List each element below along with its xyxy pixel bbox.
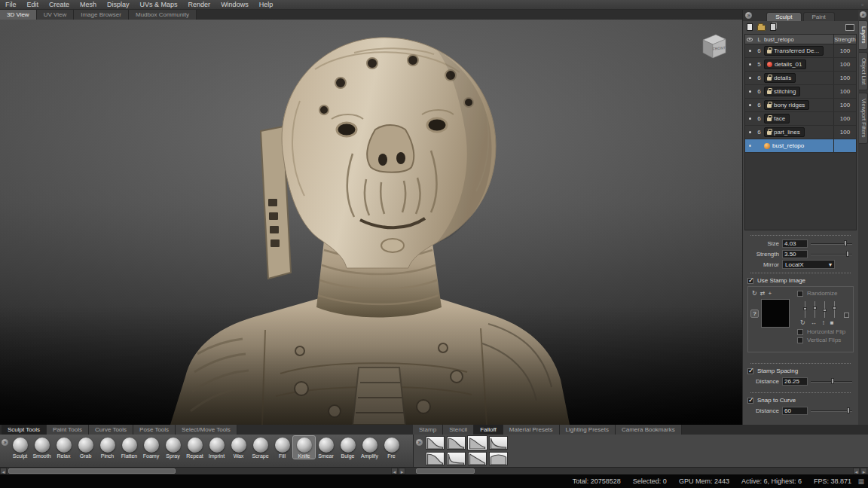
falloff-preset-tile[interactable] <box>489 436 508 450</box>
layer-row[interactable]: 6 face 100 <box>745 112 856 126</box>
duplicate-layer-icon[interactable] <box>770 23 776 31</box>
tool-tray-tab[interactable]: Sculpt Tools <box>2 425 47 435</box>
visibility-dot-icon[interactable] <box>749 104 751 106</box>
side-tab[interactable]: Object List <box>859 52 868 90</box>
preset-tray-tab[interactable]: Camera Bookmarks <box>616 425 682 435</box>
hscroll-right-arrow[interactable]: ▸ <box>399 468 405 474</box>
layer-row[interactable]: 6 bony ridges 100 <box>745 99 856 112</box>
preset-tray-tab[interactable]: Falloff <box>474 425 503 435</box>
preset-tray-tab[interactable]: Material Presets <box>503 425 560 435</box>
vertical-flip-checkbox[interactable] <box>797 337 803 343</box>
sculpt-tool-button[interactable]: Amplify <box>359 436 381 459</box>
snap-distance-slider[interactable] <box>811 407 854 414</box>
falloff-preset-tile[interactable] <box>468 436 487 450</box>
horizontal-flip-checkbox[interactable] <box>797 329 803 335</box>
stamp-distance-input[interactable]: 26.25 <box>782 377 808 386</box>
visibility-dot-icon[interactable] <box>749 63 751 66</box>
view-tab[interactable]: Image Browser <box>74 10 129 20</box>
tool-tray-tab[interactable]: Paint Tools <box>47 425 89 435</box>
sculpt-tool-button[interactable]: Flatten <box>118 436 140 459</box>
panel-collapse-icon[interactable]: » <box>745 12 752 19</box>
visibility-dot-icon[interactable] <box>749 50 751 52</box>
sculpt-tool-button[interactable]: Grab <box>75 436 96 459</box>
menu-item[interactable]: Display <box>102 0 135 10</box>
layer-row[interactable]: 6 stitching 100 <box>745 85 856 99</box>
section-divider[interactable] <box>750 392 851 393</box>
menu-item[interactable]: Help <box>254 0 279 10</box>
sculpt-tool-button[interactable]: Pinch <box>96 436 118 459</box>
mirror-select[interactable]: LocalX ▾ <box>782 260 835 269</box>
sculpt-tool-button[interactable]: Bulge <box>337 436 359 459</box>
side-tab[interactable]: Viewport Filters <box>859 93 868 144</box>
refresh-icon[interactable]: ↻ <box>800 319 805 326</box>
sculpt-tool-button[interactable]: Scrape <box>249 436 271 459</box>
side-collapse-icon[interactable]: » <box>860 11 866 18</box>
falloff-scroll-right-arrow[interactable]: ▸ <box>860 468 867 474</box>
strength-slider[interactable] <box>811 250 854 258</box>
hscroll-left-arrow[interactable]: ◂ <box>0 468 7 474</box>
falloff-preset-tile[interactable] <box>489 452 508 465</box>
viewport-3d[interactable]: FRONT <box>0 20 742 425</box>
randomize-slider[interactable] <box>805 301 805 318</box>
menu-item[interactable]: Edit <box>22 0 44 10</box>
section-divider[interactable] <box>750 235 851 236</box>
strength-input[interactable]: 3.50 <box>782 250 808 258</box>
mode-tab[interactable]: Paint <box>803 12 835 21</box>
falloff-scroll-thumb[interactable] <box>416 468 475 474</box>
tray-collapse-icon[interactable]: » <box>2 439 8 446</box>
sculpt-tool-button[interactable]: Fre <box>381 436 402 459</box>
randomize-slider[interactable] <box>834 301 835 318</box>
screen-icon[interactable] <box>845 24 854 31</box>
view-tab[interactable]: Mudbox Community <box>129 10 197 20</box>
tool-tray-tab[interactable]: Select/Move Tools <box>176 425 237 435</box>
size-input[interactable]: 4.03 <box>782 239 808 248</box>
hscroll-thumb[interactable] <box>8 468 176 474</box>
menu-item[interactable]: File <box>0 0 22 10</box>
layer-row-selected[interactable]: bust_retopo <box>745 139 856 153</box>
tool-tray-tab[interactable]: Curve Tools <box>89 425 133 435</box>
preset-tray-tab[interactable]: Stamp <box>413 425 443 435</box>
falloff-preset-tile[interactable] <box>426 436 445 450</box>
sculpt-tool-button[interactable]: Foamy <box>140 436 162 459</box>
falloff-preset-tile[interactable] <box>447 452 466 465</box>
snap-distance-input[interactable]: 60 <box>782 407 808 415</box>
mode-tab[interactable]: Sculpt <box>766 12 801 21</box>
randomize-slider[interactable] <box>815 301 815 318</box>
sculpt-tool-button[interactable]: Repeat <box>184 436 206 459</box>
open-folder-icon[interactable] <box>757 25 766 31</box>
menu-item[interactable]: Create <box>44 0 75 10</box>
hscroll-left-arrow[interactable]: ◂ <box>391 468 398 474</box>
menu-item[interactable]: UVs & Maps <box>135 0 183 10</box>
section-divider[interactable] <box>750 363 851 364</box>
side-tab[interactable]: Layers <box>859 20 868 50</box>
help-button[interactable]: ? <box>750 310 759 318</box>
layer-row[interactable]: 6 part_lines 100 <box>745 126 856 139</box>
stamp-swap-icon[interactable]: ⇄ <box>760 290 766 297</box>
falloff-preset-tile[interactable] <box>468 452 487 465</box>
layer-row[interactable]: 5 details_01 100 <box>745 58 856 72</box>
sculpt-tool-button[interactable]: Imprint <box>206 436 228 459</box>
stop-icon[interactable]: ■ <box>830 319 834 326</box>
falloff-preset-tile[interactable] <box>447 436 466 450</box>
sculpt-tool-button[interactable]: Spray <box>162 436 184 459</box>
view-cube-gizmo[interactable]: FRONT <box>697 30 729 65</box>
visibility-dot-icon[interactable] <box>749 145 751 147</box>
vertical-arrow-icon[interactable]: ↕ <box>822 319 825 326</box>
visibility-dot-icon[interactable] <box>749 77 751 79</box>
sculpt-model-bust[interactable] <box>0 20 742 425</box>
stamp-refresh-icon[interactable]: ↻ <box>752 290 757 297</box>
randomize-checkbox[interactable] <box>797 291 803 297</box>
stamp-preview[interactable] <box>761 299 790 328</box>
sculpt-tool-button[interactable]: Knife <box>293 436 315 459</box>
layer-row[interactable]: 6 Transferred De... 100 <box>745 44 856 58</box>
snap-curve-checkbox[interactable] <box>747 398 753 404</box>
stamp-add-icon[interactable]: + <box>768 290 772 297</box>
sculpt-tool-button[interactable]: Relax <box>53 436 75 459</box>
visibility-dot-icon[interactable] <box>749 117 751 120</box>
sculpt-tool-button[interactable]: Smear <box>315 436 337 459</box>
menu-item[interactable]: Render <box>183 0 216 10</box>
menu-item[interactable]: Windows <box>215 0 254 10</box>
sculpt-tool-button[interactable]: Fill <box>271 436 293 459</box>
use-stamp-checkbox[interactable] <box>747 278 753 284</box>
menu-item[interactable]: Mesh <box>75 0 102 10</box>
